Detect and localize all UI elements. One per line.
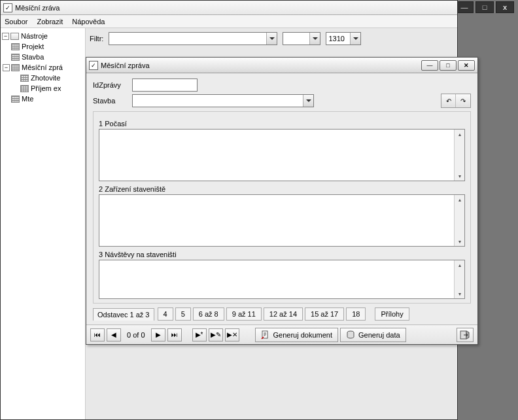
menu-bar: Soubor Zobrazit Nápověda: [1, 15, 457, 28]
section-1-label: 1 Počasí: [99, 120, 465, 128]
sections-panel: 1 Počasí ▴▾ 2 Zařízení staveniště ▴▾ 3 N…: [93, 111, 471, 304]
tab-4[interactable]: 4: [158, 307, 173, 321]
section-2-label: 2 Zařízení staveniště: [99, 185, 465, 193]
scroll-down-icon[interactable]: ▾: [458, 171, 461, 181]
section-3-label: 3 Návštěvy na staveništi: [99, 251, 465, 258]
id-label: IdZprávy: [93, 81, 132, 89]
filter-label: Filtr:: [90, 35, 103, 43]
grid-icon: [20, 85, 29, 92]
dropdown-arrow-icon[interactable]: [266, 33, 277, 44]
folder-icon: [10, 33, 19, 40]
tree-zhotovite[interactable]: Zhotovite: [2, 73, 84, 83]
scroll-down-icon[interactable]: ▾: [458, 289, 461, 298]
tab-attachments[interactable]: Přílohy: [375, 307, 409, 321]
filter-combo-1[interactable]: [109, 32, 277, 45]
nav-insert-button[interactable]: ▶*: [192, 328, 207, 341]
tree-projekt[interactable]: Projekt: [2, 41, 84, 52]
stavba-combo[interactable]: [132, 94, 314, 107]
tree-prijem[interactable]: Příjem ex: [2, 83, 84, 94]
undo-redo-group: ↶ ↷: [441, 94, 471, 108]
generate-data-button[interactable]: Generuj data: [340, 328, 406, 342]
os-window-buttons: — □ x: [455, 1, 514, 13]
main-window: ✓ Měsíční zráva Soubor Zobrazit Nápověda…: [0, 0, 458, 420]
exit-icon: [460, 330, 470, 340]
tab-6-8[interactable]: 6 až 8: [193, 307, 224, 321]
dropdown-arrow-icon[interactable]: [303, 95, 313, 107]
stavba-input[interactable]: [133, 95, 303, 107]
dialog-minimize-button[interactable]: —: [421, 60, 438, 71]
exit-button[interactable]: [457, 328, 474, 342]
os-minimize-button[interactable]: —: [455, 1, 474, 13]
os-maximize-button[interactable]: □: [475, 1, 494, 13]
tab-15-17[interactable]: 15 až 17: [305, 307, 344, 321]
main-title: Měsíční zráva: [15, 4, 60, 12]
database-icon: [346, 330, 355, 340]
generate-document-button[interactable]: Generuj dokument: [255, 328, 339, 342]
content-area: Filtr: ✓ Měsíční zpráva: [86, 28, 457, 419]
tree-root[interactable]: − Nástroje: [2, 31, 84, 41]
section-3-memo[interactable]: ▴▾: [99, 260, 465, 299]
dialog-title: Měsíční zpráva: [101, 61, 150, 69]
tab-strip: Odstavec 1 až 3 4 5 6 až 8 9 až 11 12 až…: [93, 306, 471, 322]
scrollbar[interactable]: ▴▾: [454, 130, 464, 181]
filter-combo-3[interactable]: [326, 32, 361, 45]
id-input[interactable]: [132, 79, 198, 92]
section-2-memo[interactable]: ▴▾: [99, 194, 465, 247]
filter-combo-2[interactable]: [283, 32, 320, 45]
nav-tree: − Nástroje Projekt Stavba − Měsíční zprá…: [1, 28, 86, 419]
nav-edit-button[interactable]: ▶✎: [209, 328, 223, 341]
scrollbar[interactable]: ▴▾: [454, 195, 464, 246]
tab-5[interactable]: 5: [175, 307, 191, 321]
menu-help[interactable]: Nápověda: [72, 18, 105, 26]
tab-18[interactable]: 18: [346, 307, 366, 321]
document-icon: [261, 330, 270, 340]
scroll-up-icon[interactable]: ▴: [458, 260, 461, 270]
app-icon: ✓: [3, 3, 12, 12]
filter-input-3[interactable]: [326, 33, 350, 44]
id-row: IdZprávy: [93, 77, 471, 93]
scroll-up-icon[interactable]: ▴: [458, 195, 461, 204]
dialog-close-button[interactable]: ✕: [458, 60, 475, 71]
os-close-button[interactable]: x: [496, 1, 514, 13]
nav-last-button[interactable]: ⏭: [167, 328, 182, 341]
redo-button[interactable]: ↷: [456, 94, 470, 107]
tab-current[interactable]: Odstavec 1 až 3: [93, 308, 154, 321]
collapse-icon[interactable]: −: [3, 64, 10, 71]
grid-icon: [11, 64, 20, 71]
undo-button[interactable]: ↶: [441, 94, 456, 107]
menu-file[interactable]: Soubor: [5, 18, 27, 26]
grid-icon: [11, 54, 20, 61]
report-dialog: ✓ Měsíční zpráva — □ ✕ IdZprávy Stavba: [86, 57, 478, 345]
nav-delete-button[interactable]: ▶✕: [225, 328, 239, 341]
grid-icon: [11, 43, 20, 50]
nav-counter: 0 of 0: [123, 331, 149, 339]
dropdown-arrow-icon[interactable]: [350, 33, 360, 44]
grid-icon: [20, 75, 29, 82]
tab-12-14[interactable]: 12 až 14: [264, 307, 303, 321]
nav-first-button[interactable]: ⏮: [90, 328, 105, 341]
tree-stavba[interactable]: Stavba: [2, 52, 84, 62]
scrollbar[interactable]: ▴▾: [454, 260, 464, 298]
stavba-label: Stavba: [93, 97, 132, 105]
dialog-maximize-button[interactable]: □: [440, 60, 457, 71]
scroll-down-icon[interactable]: ▾: [458, 237, 461, 246]
filter-input-2[interactable]: [283, 33, 309, 44]
menu-view[interactable]: Zobrazit: [37, 18, 63, 26]
scroll-up-icon[interactable]: ▴: [458, 130, 461, 139]
record-navigator: ⏮ ◀ 0 of 0 ▶ ⏭ ▶* ▶✎ ▶✕ Generuj dokument: [86, 324, 477, 344]
check-icon: ✓: [89, 61, 98, 70]
section-1-memo[interactable]: ▴▾: [99, 129, 465, 181]
nav-prev-button[interactable]: ◀: [107, 328, 121, 341]
stavba-row: Stavba ↶ ↷: [93, 93, 471, 109]
nav-next-button[interactable]: ▶: [151, 328, 165, 341]
tab-9-11[interactable]: 9 až 11: [226, 307, 262, 321]
filter-row: Filtr:: [90, 32, 453, 45]
dialog-titlebar: ✓ Měsíční zpráva — □ ✕: [86, 58, 477, 73]
dropdown-arrow-icon[interactable]: [309, 33, 320, 44]
filter-input-1[interactable]: [109, 33, 266, 44]
tree-mte[interactable]: Mte: [2, 94, 84, 104]
collapse-icon[interactable]: −: [2, 33, 9, 40]
tree-mesicni[interactable]: − Měsíční zprá: [2, 62, 84, 73]
grid-icon: [11, 96, 20, 103]
main-titlebar: ✓ Měsíční zráva: [1, 1, 457, 15]
